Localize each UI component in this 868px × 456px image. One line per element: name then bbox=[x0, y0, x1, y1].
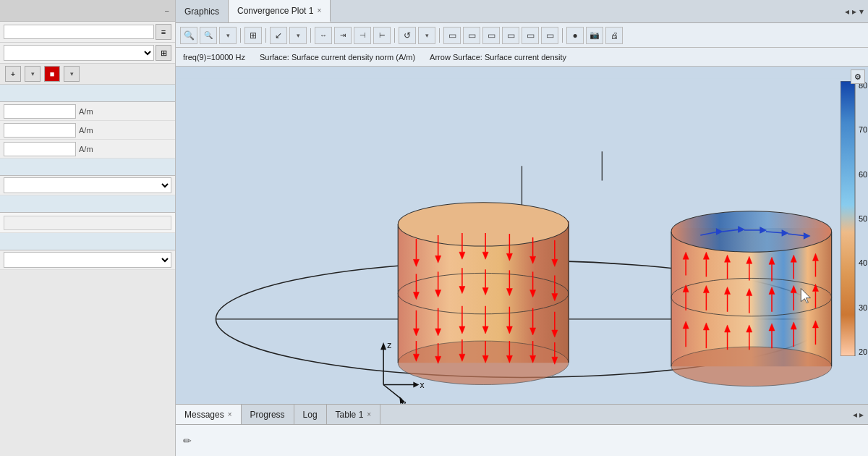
tab-graphics-label: Graphics bbox=[184, 7, 219, 17]
color-label-20: 20 bbox=[859, 347, 867, 356]
sidebar-field-input-1[interactable] bbox=[4, 104, 76, 119]
sidebar-select-row-2 bbox=[0, 250, 175, 270]
sidebar-field-unit-3: A/m bbox=[79, 145, 93, 153]
sidebar-field-row-3: A/m bbox=[0, 140, 175, 159]
sidebar-select-2[interactable] bbox=[4, 177, 171, 193]
record-button[interactable]: ● bbox=[566, 27, 584, 44]
bottom-tab-bar: Messages × Progress Log Table 1 × ◂ ▸ bbox=[176, 405, 868, 425]
bottom-content: ✏ bbox=[176, 425, 868, 456]
tab-table1[interactable]: Table 1 × bbox=[327, 405, 381, 424]
view-mode-5[interactable]: ▭ bbox=[522, 27, 539, 44]
svg-point-69 bbox=[671, 347, 832, 386]
sidebar-field-row-2: A/m bbox=[0, 121, 175, 140]
print-button[interactable]: 🖨 bbox=[605, 27, 623, 44]
color-label-30: 30 bbox=[859, 303, 867, 312]
color-bar: 80 70 60 50 40 30 20 bbox=[841, 81, 861, 356]
view-mode-6[interactable]: ▭ bbox=[541, 27, 558, 44]
sidebar-top-bar: − bbox=[0, 0, 175, 22]
tab-log[interactable]: Log bbox=[294, 405, 327, 424]
view-mode-4[interactable]: ▭ bbox=[502, 27, 519, 44]
sidebar-row-2: ⊞ bbox=[0, 43, 175, 64]
top-nav-menu[interactable]: ▾ bbox=[859, 7, 864, 17]
graphics-settings-button[interactable]: ⚙ bbox=[851, 69, 865, 84]
screenshot-button[interactable]: 📷 bbox=[586, 27, 603, 44]
sidebar-field-unit-1: A/m bbox=[79, 107, 93, 116]
chevron-down-icon-2: ▾ bbox=[70, 70, 74, 77]
select-box-button[interactable]: ⊞ bbox=[244, 27, 262, 44]
bottom-panel: Messages × Progress Log Table 1 × ◂ ▸ ✏ bbox=[176, 404, 868, 456]
tab-spacer bbox=[331, 0, 841, 22]
sidebar-select-3[interactable] bbox=[4, 252, 171, 268]
sidebar-icon-btn-2[interactable]: ⊞ bbox=[156, 45, 171, 61]
zoom-in-button[interactable]: 🔍 bbox=[180, 27, 197, 44]
sidebar-add-dropdown[interactable]: ▾ bbox=[25, 66, 41, 82]
sidebar-color-dropdown[interactable]: ▾ bbox=[64, 66, 80, 82]
move-dropdown-button[interactable]: ▾ bbox=[289, 27, 307, 44]
sidebar-add-button[interactable]: + bbox=[5, 66, 21, 82]
sidebar-section-4 bbox=[0, 233, 175, 250]
tab-progress-label: Progress bbox=[250, 410, 285, 420]
tab-table1-label: Table 1 bbox=[336, 410, 364, 420]
sidebar-select-1[interactable] bbox=[4, 45, 154, 61]
sidebar-field-row-1: A/m bbox=[0, 102, 175, 121]
chevron-down-icon: ▾ bbox=[31, 70, 35, 77]
sidebar-section-2 bbox=[0, 159, 175, 176]
tab-convergence[interactable]: Convergence Plot 1 × bbox=[229, 0, 331, 22]
sidebar-color-btn-1[interactable]: ■ bbox=[44, 66, 60, 82]
svg-point-7 bbox=[398, 341, 569, 384]
tab-convergence-close[interactable]: × bbox=[317, 7, 321, 14]
tab-progress[interactable]: Progress bbox=[242, 405, 294, 424]
svg-point-68 bbox=[671, 211, 832, 252]
color-bar-svg bbox=[841, 81, 861, 356]
top-nav-left[interactable]: ◂ bbox=[845, 7, 849, 17]
toolbar-separator-3 bbox=[310, 28, 311, 43]
toolbar-separator-6 bbox=[562, 28, 563, 43]
color-label-60: 60 bbox=[859, 170, 867, 179]
tab-messages-close[interactable]: × bbox=[228, 410, 232, 418]
svg-text:x: x bbox=[420, 380, 424, 390]
bottom-nav-right[interactable]: ▸ bbox=[859, 410, 864, 420]
axis-btn-1[interactable]: ↔ bbox=[315, 27, 332, 44]
rotate-button[interactable]: ↺ bbox=[399, 27, 416, 44]
color-label-70: 70 bbox=[859, 125, 867, 134]
status-bar: freq(9)=10000 Hz Surface: Surface curren… bbox=[176, 48, 868, 67]
move-tool-button[interactable]: ↙ bbox=[270, 27, 287, 44]
bottom-tab-controls: ◂ ▸ bbox=[848, 405, 868, 424]
zoom-out-button[interactable]: 🔍 bbox=[200, 27, 217, 44]
axis-btn-2[interactable]: ⇥ bbox=[334, 27, 352, 44]
bottom-nav-left[interactable]: ◂ bbox=[853, 410, 857, 420]
tab-convergence-label: Convergence Plot 1 bbox=[237, 6, 313, 16]
sidebar-plain-input-1[interactable] bbox=[4, 216, 171, 230]
zoom-dropdown-icon: ▾ bbox=[226, 32, 230, 39]
sidebar-section-1 bbox=[0, 85, 175, 102]
arrow-status: Arrow Surface: Surface current density bbox=[430, 53, 566, 62]
axis-btn-4[interactable]: ⊢ bbox=[373, 27, 391, 44]
zoom-dropdown-button[interactable]: ▾ bbox=[219, 27, 237, 44]
toolbar-separator-2 bbox=[265, 28, 266, 43]
tab-graphics[interactable]: Graphics bbox=[176, 0, 229, 22]
sidebar-field-input-2[interactable] bbox=[4, 123, 76, 138]
top-nav-right[interactable]: ▸ bbox=[852, 7, 856, 17]
tab-messages[interactable]: Messages × bbox=[176, 405, 242, 424]
svg-point-6 bbox=[398, 203, 569, 246]
view-mode-3[interactable]: ▭ bbox=[482, 27, 500, 44]
axis-btn-3[interactable]: ⊣ bbox=[354, 27, 371, 44]
top-tab-bar: Graphics Convergence Plot 1 × ◂ ▸ ▾ bbox=[176, 0, 868, 23]
svg-text:y: y bbox=[401, 399, 407, 404]
tab-table1-close[interactable]: × bbox=[367, 410, 371, 418]
toolbar-separator-1 bbox=[240, 28, 241, 43]
surface-status: Surface: Surface current density norm (A… bbox=[260, 53, 415, 62]
sidebar-collapse-button[interactable]: − bbox=[165, 7, 169, 15]
sidebar-input-1[interactable] bbox=[4, 25, 154, 39]
sidebar-icon-btn-1[interactable]: ≡ bbox=[156, 24, 171, 40]
svg-text:z: z bbox=[387, 340, 391, 350]
color-label-50: 50 bbox=[859, 214, 867, 223]
move-dropdown-icon: ▾ bbox=[297, 32, 300, 39]
sidebar-field-input-3[interactable] bbox=[4, 142, 76, 156]
pencil-icon[interactable]: ✏ bbox=[183, 435, 192, 447]
color-label-40: 40 bbox=[859, 258, 867, 267]
view-mode-2[interactable]: ▭ bbox=[463, 27, 480, 44]
rotate-dropdown-button[interactable]: ▾ bbox=[418, 27, 435, 44]
view-mode-1[interactable]: ▭ bbox=[443, 27, 461, 44]
graphics-area[interactable]: z y x bbox=[176, 67, 868, 404]
